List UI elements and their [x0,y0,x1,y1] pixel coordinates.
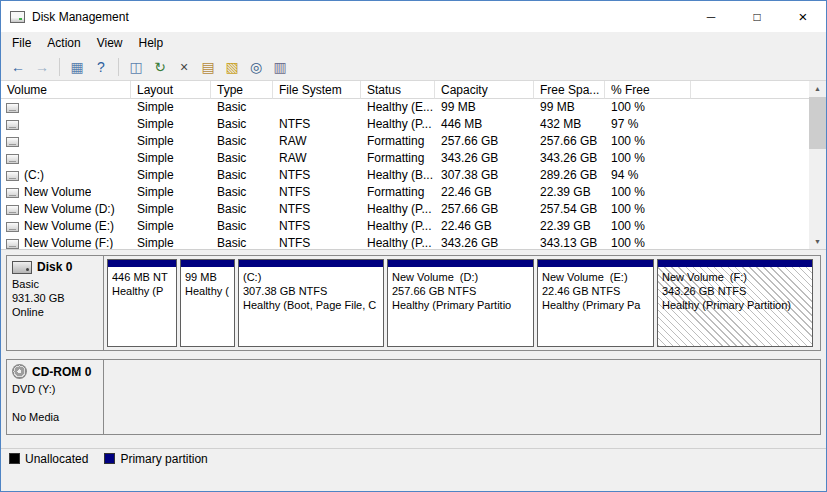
disk-row-disk0: Disk 0 Basic 931.30 GB Online 446 MB NTH… [6,255,821,351]
cdrom0-label[interactable]: CD-ROM 0 DVD (Y:) No Media [7,360,104,434]
partition-status: Healthy (Primary Partition) [662,298,808,312]
manage-icon[interactable]: ▥ [269,56,291,78]
table-cell-free_space: 257.54 GB [534,201,605,218]
scroll-down-icon[interactable]: ▼ [809,234,826,249]
delete-icon[interactable]: × [173,56,195,78]
partition-color-band [108,260,176,267]
table-cell-capacity: 257.66 GB [435,201,534,218]
volume-list-scrollbar[interactable]: ▲ ▼ [809,81,826,249]
menu-file[interactable]: File [4,33,39,53]
volume-table-header: VolumeLayoutTypeFile SystemStatusCapacit… [1,81,809,99]
table-cell-filler [691,116,809,133]
legend: UnallocatedPrimary partition [1,448,826,468]
disk0-status: Online [12,305,98,319]
table-cell-pct_free: 100 % [605,133,691,150]
table-row[interactable]: New Volume (D:)SimpleBasicNTFSHealthy (P… [1,201,809,218]
table-cell-status: Healthy (P... [361,235,435,249]
scroll-up-icon[interactable]: ▲ [809,81,826,96]
disk-management-window: Disk Management ─ □ × FileActionViewHelp… [0,0,827,492]
table-cell-capacity: 343.26 GB [435,235,534,249]
partition-block[interactable]: (C:)307.38 GB NTFSHealthy (Boot, Page Fi… [238,259,384,347]
forward-icon[interactable]: → [31,56,53,78]
table-row[interactable]: SimpleBasicHealthy (E...99 MB99 MB100 % [1,99,809,116]
volume-icon [6,222,19,232]
volume-cell [1,99,131,116]
table-cell-status: Healthy (E... [361,99,435,116]
column-header[interactable]: Type [211,81,273,99]
table-cell-layout: Simple [131,218,211,235]
partition-size: 99 MB [185,270,230,284]
table-cell-file_system [273,99,361,116]
find-icon[interactable]: ◎ [245,56,267,78]
volume-icon [6,188,19,198]
partition-body: 446 MB NTHealthy (P [108,267,176,346]
menu-view[interactable]: View [89,33,131,53]
back-icon[interactable]: ← [7,56,29,78]
table-cell-layout: Simple [131,167,211,184]
column-header[interactable]: % Free [605,81,691,99]
scrollbar-thumb[interactable] [809,97,826,149]
column-header[interactable]: File System [273,81,361,99]
close-button[interactable]: × [780,1,826,32]
console-tree-icon[interactable]: ▦ [66,56,88,78]
properties-icon[interactable]: ▤ [197,56,219,78]
menu-help[interactable]: Help [131,33,172,53]
partition-size: 343.26 GB NTFS [662,284,808,298]
volume-name: New Volume (D:) [24,201,115,218]
partition-status: Healthy (Primary Partitio [392,298,529,312]
help-icon[interactable]: ? [90,56,112,78]
table-row[interactable]: SimpleBasicNTFSHealthy (P...446 MB432 MB… [1,116,809,133]
menu-action[interactable]: Action [39,33,88,53]
column-header-filler [691,81,809,99]
titlebar: Disk Management ─ □ × [1,1,826,32]
column-header[interactable]: Volume [1,81,131,99]
partition-title: New Volume (E:) [542,270,649,284]
table-cell-file_system: NTFS [273,167,361,184]
table-cell-pct_free: 100 % [605,99,691,116]
partition-block[interactable]: New Volume (E:)22.46 GB NTFSHealthy (Pri… [537,259,654,347]
cdrom0-name: CD-ROM 0 [32,365,91,379]
table-cell-type: Basic [211,99,273,116]
partition-color-band [239,260,383,267]
column-header[interactable]: Status [361,81,435,99]
cdrom0-media-area [104,360,820,434]
partition-block[interactable]: New Volume (D:)257.66 GB NTFSHealthy (Pr… [387,259,534,347]
app-icon [10,11,25,23]
table-cell-free_space: 257.66 GB [534,133,605,150]
minimize-button[interactable]: ─ [688,1,734,32]
table-row[interactable]: New VolumeSimpleBasicNTFSFormatting22.46… [1,184,809,201]
table-cell-layout: Simple [131,201,211,218]
graphical-view-pane: Disk 0 Basic 931.30 GB Online 446 MB NTH… [1,249,826,448]
table-row[interactable]: (C:)SimpleBasicNTFSHealthy (B...307.38 G… [1,167,809,184]
column-header[interactable]: Layout [131,81,211,99]
disk0-label[interactable]: Disk 0 Basic 931.30 GB Online [7,256,104,350]
partition-block[interactable]: New Volume (F:)343.26 GB NTFSHealthy (Pr… [657,259,813,347]
table-row[interactable]: SimpleBasicRAWFormatting343.26 GB343.26 … [1,150,809,167]
maximize-button[interactable]: □ [734,1,780,32]
open-folder-icon[interactable]: ▧ [221,56,243,78]
table-cell-free_space: 343.26 GB [534,150,605,167]
partition-color-band [388,260,533,267]
column-header[interactable]: Free Spa... [534,81,605,99]
show-action-pane-icon[interactable]: ◫ [125,56,147,78]
refresh-icon[interactable]: ↻ [149,56,171,78]
table-cell-free_space: 22.39 GB [534,218,605,235]
table-cell-filler [691,133,809,150]
window-controls: ─ □ × [688,1,826,32]
toolbar: ←→▦?◫↻×▤▧◎▥ [1,54,826,81]
table-cell-capacity: 99 MB [435,99,534,116]
table-cell-free_space: 22.39 GB [534,184,605,201]
table-row[interactable]: New Volume (F:)SimpleBasicNTFSHealthy (P… [1,235,809,249]
column-header[interactable]: Capacity [435,81,534,99]
partition-block[interactable]: 446 MB NTHealthy (P [107,259,177,347]
disk0-title: Disk 0 [12,260,98,274]
table-row[interactable]: SimpleBasicRAWFormatting257.66 GB257.66 … [1,133,809,150]
table-cell-status: Healthy (P... [361,116,435,133]
table-cell-file_system: NTFS [273,201,361,218]
partition-block[interactable]: 99 MBHealthy ( [180,259,235,347]
table-cell-status: Formatting [361,150,435,167]
volume-cell: New Volume [1,184,131,201]
table-row[interactable]: New Volume (E:)SimpleBasicNTFSHealthy (P… [1,218,809,235]
table-cell-filler [691,218,809,235]
volume-name: (C:) [24,167,44,184]
